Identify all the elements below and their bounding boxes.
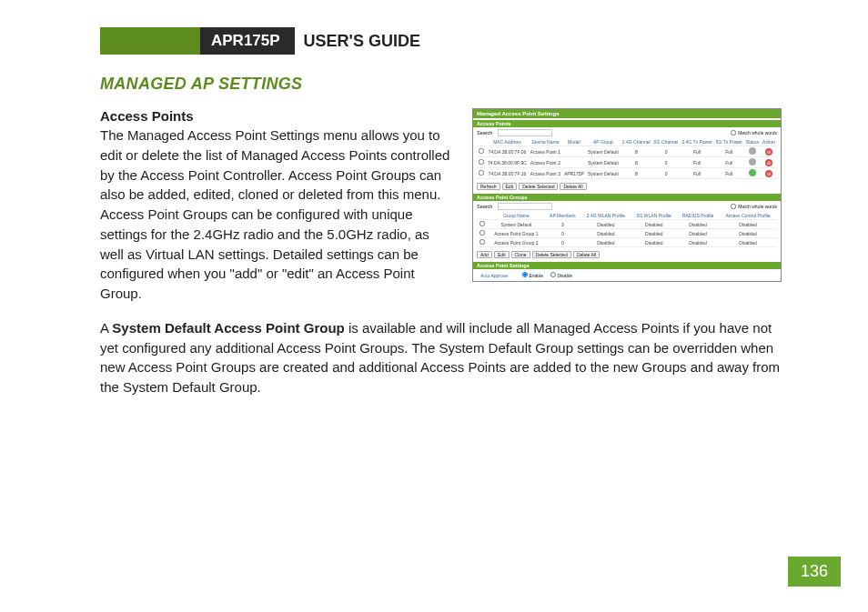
ss-grp-th: Access Control Profile [719, 212, 777, 220]
ss-button-clone[interactable]: Clone [511, 251, 530, 258]
delete-icon[interactable]: ⊘ [765, 170, 772, 177]
subheading-access-points: Access Points [100, 108, 456, 124]
ss-button-delete-all[interactable]: Delete All [573, 251, 600, 258]
delete-icon[interactable]: ⊘ [765, 159, 772, 166]
ss-grp-th: 5G WLAN Profile [631, 212, 677, 220]
ss-button-delete-all[interactable]: Delete All [560, 183, 586, 190]
ss-grp-th: RADIUS Profile [677, 212, 719, 220]
ss-ap-searchrow: Search Match whole words [473, 127, 781, 138]
ss-ap-th [477, 138, 486, 146]
guide-title: USER'S GUIDE [295, 27, 420, 55]
ss-settings-title: Access Point Settings [473, 262, 781, 269]
ss-grp-th [477, 212, 488, 220]
ss-ap-buttons: RefreshEditDelete SelectedDelete All [473, 181, 781, 192]
ss-grp-th: Group Name [488, 212, 545, 220]
ss-match-checkbox[interactable] [731, 130, 736, 135]
ss-grp-match-checkbox[interactable] [731, 204, 736, 209]
ss-row-checkbox[interactable] [479, 148, 484, 154]
ss-ap-th: Status [744, 138, 761, 146]
ss-grp-buttons: AddEditCloneDelete SelectedDelete All [473, 249, 781, 260]
paragraph-1: The Managed Access Point Settings menu a… [100, 125, 456, 304]
ss-disable-option[interactable]: Disable [550, 272, 572, 278]
ss-button-delete-selected[interactable]: Delete Selected [519, 183, 558, 190]
ss-ap-th: 5G Channel [652, 138, 681, 146]
header-accent [100, 27, 200, 55]
ss-ap-th: MAC Address [486, 138, 529, 146]
section-title: MANAGED AP SETTINGS [100, 75, 782, 94]
delete-icon[interactable]: ⊘ [765, 148, 772, 156]
document-header: APR175P USER'S GUIDE [100, 27, 782, 55]
ss-ap-th: AP Group [586, 138, 621, 146]
ss-grp-search-input[interactable] [498, 203, 552, 210]
ss-grp-search-label: Search [477, 204, 492, 209]
table-row: 74:DA:38:00:7F:06Access Point 1 System D… [477, 146, 777, 157]
ss-grp-table: Group NameAP Members2.4G WLAN Profile5G … [477, 212, 777, 247]
ss-match-label[interactable]: Match whole words [731, 130, 777, 135]
ss-grp-match-label[interactable]: Match whole words [731, 204, 777, 209]
ss-button-edit[interactable]: Edit [494, 251, 510, 258]
ss-button-add[interactable]: Add [477, 251, 492, 258]
settings-screenshot: Managed Access Point Settings Access Poi… [472, 108, 782, 282]
table-row: 74:DA:38:00:7F:16Access Point 3APR175P S… [477, 168, 777, 179]
ss-enable-option[interactable]: Enable [522, 272, 543, 278]
ss-ap-th: Action [761, 138, 777, 146]
ss-ap-th: 5G Tx Power [714, 138, 744, 146]
ss-row-checkbox[interactable] [479, 221, 485, 226]
table-row: Access Point Group 10Disabled DisabledDi… [477, 229, 777, 238]
ss-row-checkbox[interactable] [479, 230, 485, 236]
product-label: APR175P [200, 27, 295, 55]
ss-search-input[interactable] [498, 129, 552, 136]
ss-ap-th: 2.4G Channel [621, 138, 652, 146]
ss-auto-approve-label: Auto Approve [480, 273, 508, 278]
ss-button-refresh[interactable]: Refresh [477, 183, 500, 190]
ss-enable-radio[interactable] [522, 272, 528, 277]
status-icon [749, 158, 756, 166]
ss-row-checkbox[interactable] [479, 170, 484, 176]
ss-ap-table: MAC AddressDevice NameModelAP Group2.4G … [477, 138, 777, 179]
table-row: 74:DA:38:00:9F:9CAccess Point 2 System D… [477, 157, 777, 168]
ss-grp-title: Access Point Groups [473, 194, 781, 201]
ss-row-checkbox[interactable] [479, 159, 484, 165]
status-icon [749, 147, 756, 155]
ss-auto-approve-row: Auto Approve Enable Disable [473, 269, 781, 281]
ss-grp-th: 2.4G WLAN Profile [580, 212, 631, 220]
ss-main-title: Managed Access Point Settings [473, 109, 781, 118]
ss-row-checkbox[interactable] [479, 239, 485, 245]
ss-ap-th: Model [562, 138, 586, 146]
ss-grp-th: AP Members [545, 212, 580, 220]
table-row: System Default3Disabled DisabledDisabled… [477, 220, 777, 229]
paragraph-2: A System Default Access Point Group is a… [100, 318, 782, 397]
ss-button-delete-selected[interactable]: Delete Selected [532, 251, 571, 258]
ss-ap-title: Access Points [473, 120, 781, 127]
status-icon [749, 169, 756, 176]
table-row: Access Point Group 20Disabled DisabledDi… [477, 238, 777, 247]
page-number: 136 [788, 557, 841, 587]
ss-disable-radio[interactable] [550, 272, 556, 277]
ss-button-edit[interactable]: Edit [502, 183, 518, 190]
ss-search-label: Search [477, 130, 492, 135]
ss-grp-searchrow: Search Match whole words [473, 201, 781, 212]
ss-ap-th: 2.4G Tx Power [680, 138, 713, 146]
ss-ap-th: Device Name [529, 138, 562, 146]
